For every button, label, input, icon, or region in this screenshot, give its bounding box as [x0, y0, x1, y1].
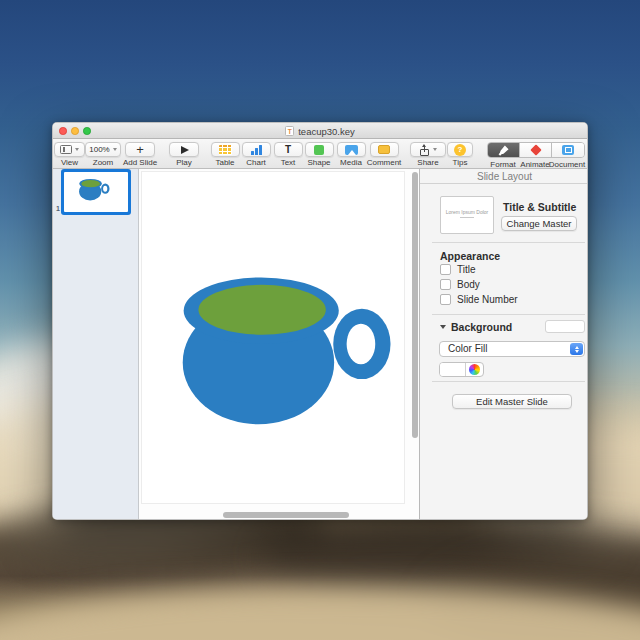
color-swatch[interactable] — [440, 363, 466, 376]
format-brush-icon — [498, 145, 509, 156]
view-button[interactable] — [54, 142, 85, 157]
teacup-thumbnail-graphic — [78, 178, 111, 201]
chart-button[interactable] — [242, 142, 271, 157]
add-slide-label: Add Slide — [123, 159, 157, 167]
add-slide-button[interactable]: + — [125, 142, 155, 157]
arrow-up-icon — [575, 346, 579, 349]
play-label: Play — [176, 159, 192, 167]
animate-label: Animate — [519, 160, 551, 169]
appearance-option-title: Title — [440, 264, 476, 275]
master-slide-thumbnail[interactable]: Lorem Ipsum Dolor — [440, 196, 494, 234]
master-thumbnail-text: Lorem Ipsum Dolor — [441, 210, 493, 215]
comment-icon — [378, 145, 390, 154]
toolbar-item-shape: Shape — [302, 142, 336, 167]
inspector-header: Slide Layout — [420, 169, 588, 184]
slide-number: 1 — [53, 205, 60, 212]
divider — [432, 381, 585, 382]
change-master-button[interactable]: Change Master — [501, 216, 577, 231]
master-thumbnail-subtitle-line — [460, 217, 474, 218]
format-label: Format — [487, 160, 519, 169]
toolbar: View 100% Zoom + Add Slide Play — [53, 139, 587, 169]
media-label: Media — [340, 159, 362, 167]
horizontal-scrollbar[interactable] — [223, 512, 349, 518]
tips-label: Tips — [453, 159, 468, 167]
share-button[interactable] — [410, 142, 446, 157]
fill-color-well[interactable] — [439, 362, 484, 377]
shape-icon — [314, 145, 324, 155]
toolbar-item-share: Share — [408, 142, 448, 167]
slide-number-checkbox[interactable] — [440, 294, 451, 305]
appearance-heading: Appearance — [440, 250, 500, 262]
comment-label: Comment — [367, 159, 402, 167]
shape-button[interactable] — [305, 142, 334, 157]
table-icon — [219, 145, 232, 155]
text-button[interactable]: T — [274, 142, 303, 157]
media-icon — [345, 145, 358, 155]
format-button[interactable] — [488, 143, 520, 157]
fill-type-value: Color Fill — [448, 342, 487, 356]
toolbar-item-play: Play — [167, 142, 201, 167]
divider — [432, 242, 585, 243]
arrow-down-icon — [575, 350, 579, 353]
text-label: Text — [281, 159, 296, 167]
divider — [432, 314, 585, 315]
tips-button[interactable]: ? — [447, 142, 473, 157]
window-title: teacup30.key — [298, 126, 355, 137]
slide-navigator: 1 — [53, 169, 139, 520]
body-checkbox[interactable] — [440, 279, 451, 290]
fill-type-dropdown[interactable]: Color Fill — [439, 341, 585, 357]
slide-canvas[interactable] — [139, 169, 419, 520]
chart-icon — [251, 145, 262, 155]
color-picker-button[interactable] — [466, 363, 483, 376]
background-color-well[interactable] — [545, 320, 585, 333]
keynote-window: T teacup30.key View 100% Zoom — [52, 122, 588, 520]
table-label: Table — [215, 159, 234, 167]
toolbar-item-add-slide: + Add Slide — [117, 142, 163, 167]
table-button[interactable] — [211, 142, 240, 157]
text-icon: T — [285, 145, 291, 155]
animate-button[interactable] — [520, 143, 552, 157]
window-content: 1 Slide Layout — [53, 169, 587, 519]
title-checkbox[interactable] — [440, 264, 451, 275]
dropdown-stepper-icon — [570, 343, 583, 355]
title-area: T teacup30.key — [53, 123, 587, 139]
animate-diamond-icon — [530, 144, 541, 155]
appearance-option-body: Body — [440, 279, 480, 290]
chevron-down-icon — [75, 148, 79, 151]
window-titlebar[interactable]: T teacup30.key — [53, 123, 587, 139]
vertical-scrollbar[interactable] — [412, 172, 418, 438]
slide-thumbnail[interactable] — [64, 172, 128, 212]
zoom-value: 100% — [89, 145, 109, 154]
play-icon — [181, 146, 189, 154]
document-proxy-icon[interactable]: T — [285, 126, 294, 136]
edit-master-slide-button[interactable]: Edit Master Slide — [452, 394, 572, 409]
desktop: T teacup30.key View 100% Zoom — [0, 0, 640, 640]
zoom-button[interactable]: 100% — [85, 142, 121, 157]
zoom-label: Zoom — [93, 159, 113, 167]
body-checkbox-label: Body — [457, 279, 480, 290]
disclosure-triangle-icon[interactable] — [440, 325, 446, 329]
background-heading: Background — [451, 321, 512, 333]
toolbar-item-tips: ? Tips — [445, 142, 475, 167]
view-label: View — [61, 159, 78, 167]
teacup-graphic[interactable] — [177, 271, 399, 428]
comment-button[interactable] — [370, 142, 399, 157]
toolbar-item-comment: Comment — [361, 142, 407, 167]
master-name: Title & Subtitle — [503, 201, 576, 213]
appearance-option-slide-number: Slide Number — [440, 294, 518, 305]
document-label: Document — [551, 160, 583, 169]
title-checkbox-label: Title — [457, 264, 476, 275]
question-icon: ? — [454, 144, 466, 156]
color-wheel-icon — [469, 364, 480, 375]
segmented-labels: Format Animate Document — [487, 160, 583, 169]
chevron-down-icon — [433, 148, 437, 151]
toolbar-item-text: T Text — [271, 142, 305, 167]
slide-thumbnail-selected[interactable] — [61, 169, 131, 215]
play-button[interactable] — [169, 142, 199, 157]
toolbar-item-view: View — [53, 142, 86, 167]
toolbar-item-zoom: 100% Zoom — [85, 142, 121, 167]
slide-number-checkbox-label: Slide Number — [457, 294, 518, 305]
document-button[interactable] — [552, 143, 584, 157]
document-icon — [562, 145, 574, 155]
toolbar-item-table: Table — [208, 142, 242, 167]
